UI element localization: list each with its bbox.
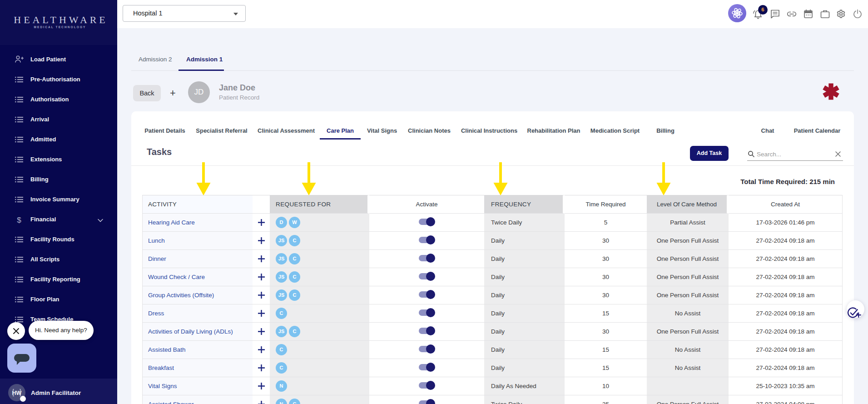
svg-text:HW: HW — [12, 390, 22, 396]
svg-text:$: $ — [17, 216, 21, 224]
